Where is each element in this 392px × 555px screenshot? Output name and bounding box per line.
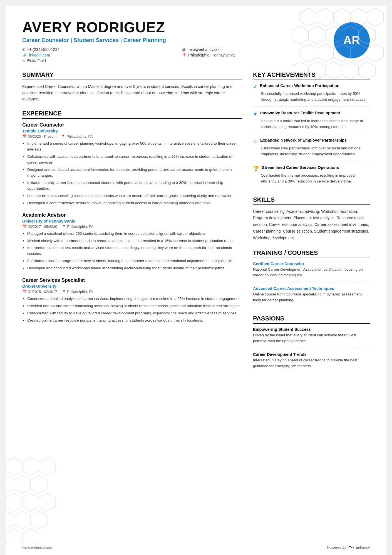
job-2-location: 📍 Philadelphia, PA [62, 225, 93, 229]
passions-section: PASSIONS Empowering Student Success Driv… [253, 315, 370, 373]
pin-icon-3: 📍 [62, 290, 66, 294]
job-3-meta: 📅 01/2015 - 02/2017 📍 Philadelphia, PA [22, 290, 242, 294]
achievement-3-desc: Established new partnerships with over 5… [253, 145, 370, 157]
job-1-company: Temple University [22, 129, 242, 133]
job-3-bullet-1: Conducted a detailed analysis of career … [27, 296, 242, 302]
job-1: Career Counselor Temple University 📅 06/… [22, 122, 242, 206]
linkedin-url: linkedin.com [28, 53, 50, 57]
achievement-1-icon: ✔ [253, 84, 257, 90]
svg-marker-20 [6, 458, 22, 475]
main-content: SUMMARY Experienced Career Counselor wit… [22, 71, 370, 533]
experience-title: EXPERIENCE [22, 110, 242, 119]
job-3-bullet-2: Provided one-on-one career counseling se… [27, 303, 242, 309]
skills-section: SKILLS Career counseling, Academic advis… [253, 196, 370, 241]
passion-1: Empowering Student Success Driven by the… [253, 327, 370, 348]
job-1-location: 📍 Philadelphia, PA [61, 134, 93, 139]
job-1-date: 📅 06/2020 - Present [22, 134, 56, 139]
achievement-4-desc: Overhauled the internal processes, resul… [253, 173, 370, 184]
passion-2: Career Development Trends Interested in … [253, 352, 370, 373]
job-2-title: Academic Advisor [22, 212, 242, 218]
job-1-bullet-6: Developed a comprehensive resource toolk… [27, 200, 242, 206]
job-1-bullet-5: Led one-on-one counseling sessions to ai… [27, 193, 242, 199]
svg-marker-32 [6, 529, 22, 544]
header-left: AVERY RODRIGUEZ Career Counselor | Stude… [22, 19, 334, 63]
svg-marker-26 [6, 493, 22, 511]
job-3-bullets: Conducted a detailed analysis of career … [22, 296, 242, 324]
achievement-3-icon: ☆ [253, 138, 257, 144]
email-item: @ help@enhancv.com [182, 47, 334, 52]
calendar-icon-2: 📅 [22, 225, 27, 229]
linkedin-icon: 🔗 [22, 53, 27, 57]
training-1: Certified Career Counselor National Care… [253, 262, 370, 283]
job-1-title: Career Counselor [22, 122, 242, 128]
candidate-title: Career Counselor | Student Services | Ca… [22, 37, 334, 43]
footer-brand: Powered by Enhancv [327, 545, 370, 549]
phone-item: ✆ +1-(234)-555-1234 [22, 47, 174, 52]
job-2-bullet-5: Developed and conducted workshops aimed … [27, 265, 242, 271]
achievement-1-title: Enhanced Career Workshop Participation [260, 83, 339, 88]
training-2-name: Advanced Career Assessment Techniques [253, 286, 370, 291]
achievement-1: ✔ Enhanced Career Workshop Participation… [253, 83, 370, 107]
job-3-bullet-4: Created online career resource portals, … [27, 318, 242, 324]
calendar-icon-3: 📅 [22, 290, 27, 294]
job-2-bullet-2: Worked closely with department heads to … [27, 238, 242, 244]
training-1-desc: National Career Development Association … [253, 267, 370, 278]
extra-field-label: Extra Field [27, 58, 46, 63]
achievement-3-title: Expanded Network of Employer Partnership… [260, 138, 347, 142]
location-icon: 📍 [182, 53, 187, 57]
passion-1-title: Empowering Student Success [253, 327, 370, 332]
training-title: TRAINING / COURSES [253, 249, 370, 258]
achievement-2-icon: ★ [253, 111, 257, 117]
job-1-bullet-3: Designed and conducted assessment invent… [27, 167, 242, 179]
experience-section: EXPERIENCE Career Counselor Temple Unive… [22, 110, 242, 323]
enhancv-logo: Enhancv [348, 545, 370, 549]
pin-icon-2: 📍 [62, 225, 66, 229]
passion-2-title: Career Development Trends [253, 352, 370, 357]
job-3: Career Services Specialist Drexel Univer… [22, 277, 242, 324]
phone-icon: ✆ [22, 48, 25, 52]
training-2-desc: Online course from Coursera specializing… [253, 292, 370, 303]
job-2-date: 📅 03/2017 - 05/2020 [22, 225, 57, 229]
achievements-section: KEY ACHIEVEMENTS ✔ Enhanced Career Works… [253, 71, 370, 188]
powered-by-label: Powered by [327, 545, 346, 549]
right-column: KEY ACHIEVEMENTS ✔ Enhanced Career Works… [253, 71, 370, 533]
summary-text: Experienced Career Counselor with a Mast… [22, 83, 242, 102]
calendar-icon-1: 📅 [22, 134, 27, 139]
contact-info: ✆ +1-(234)-555-1234 @ help@enhancv.com 🔗… [22, 47, 334, 63]
brand-name: Enhancv [356, 545, 370, 549]
job-2-meta: 📅 03/2017 - 05/2020 📍 Philadelphia, PA [22, 225, 242, 229]
job-1-bullet-1: Implemented a series of career planning … [27, 141, 242, 152]
footer: www.enhancv.com Powered by Enhancv [22, 542, 370, 549]
left-column: SUMMARY Experienced Career Counselor wit… [22, 71, 242, 533]
job-1-bullet-4: Initiated monthly career fairs that conn… [27, 180, 242, 192]
phone-number: +1-(234)-555-1234 [27, 47, 59, 52]
job-3-location: 📍 Philadelphia, PA [62, 290, 93, 294]
candidate-name: AVERY RODRIGUEZ [22, 19, 334, 35]
header: AVERY RODRIGUEZ Career Counselor | Stude… [22, 19, 370, 63]
job-1-meta: 📅 06/2020 - Present 📍 Philadelphia, PA [22, 134, 242, 139]
achievement-3-header: ☆ Expanded Network of Employer Partnersh… [253, 138, 370, 144]
achievement-3: ☆ Expanded Network of Employer Partnersh… [253, 138, 370, 161]
resume-container: AVERY RODRIGUEZ Career Counselor | Stude… [6, 6, 386, 555]
enhancv-icon [348, 545, 354, 549]
job-2-bullet-1: Managed a caseload of over 200 students,… [27, 231, 242, 237]
footer-website: www.enhancv.com [22, 545, 52, 549]
email-icon: @ [182, 48, 186, 52]
achievement-4-icon: 🏆 [253, 166, 259, 172]
achievement-1-desc: Successfully increased workshop particip… [253, 91, 370, 103]
achievement-2-header: ★ Innovative Resource Toolkit Developmen… [253, 111, 370, 117]
job-2-bullet-3: Interpreted placement test results and a… [27, 245, 242, 257]
avatar: AR [334, 22, 370, 58]
achievement-4-title: Streamlined Career Services Operations [262, 165, 339, 170]
job-1-bullet-2: Collaborated with academic departments t… [27, 154, 242, 166]
job-2-bullets: Managed a caseload of over 200 students,… [22, 231, 242, 272]
achievement-4: 🏆 Streamlined Career Services Operations… [253, 165, 370, 188]
job-1-bullets: Implemented a series of career planning … [22, 141, 242, 206]
training-1-name: Certified Career Counselor [253, 262, 370, 266]
training-2: Advanced Career Assessment Techniques On… [253, 286, 370, 307]
job-2-bullet-4: Facilitated transition programs for new … [27, 258, 242, 264]
extra-field-item: ☆ Extra Field [22, 58, 174, 63]
achievement-4-header: 🏆 Streamlined Career Services Operations [253, 165, 370, 172]
achievement-2-desc: Developed a toolkit that led to increase… [253, 118, 370, 130]
achievement-1-header: ✔ Enhanced Career Workshop Participation [253, 83, 370, 90]
